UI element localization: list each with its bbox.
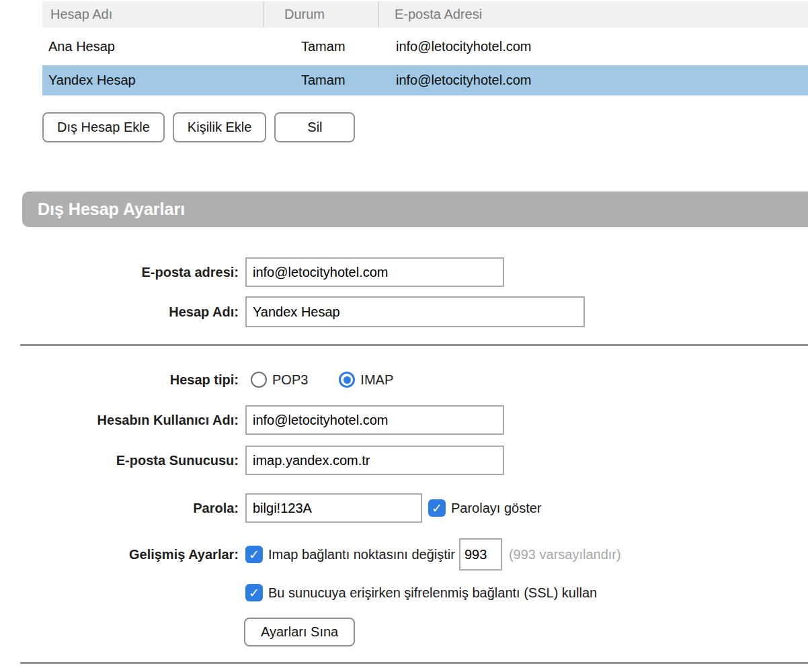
account-name-cell: Ana Hesap [42, 39, 263, 54]
accounts-table: Hesap Adı Durum E-posta Adresi Ana Hesap… [42, 1, 808, 95]
password-row: Parola: ✓ Parolayı göster [0, 493, 808, 523]
imap-port-input[interactable] [459, 538, 502, 571]
password-label: Parola: [0, 501, 239, 516]
change-imap-port-label[interactable]: Imap bağlantı noktasını değiştir [268, 547, 455, 562]
server-row: E-posta Sunucusu: [0, 446, 808, 475]
show-password-label[interactable]: Parolayı göster [451, 501, 542, 516]
account-name-input[interactable] [245, 296, 585, 327]
ssl-checkbox[interactable]: ✓ [245, 584, 263, 601]
imap-radio[interactable] [339, 372, 355, 388]
port-default-hint: (993 varsayılandır) [509, 547, 621, 562]
table-actions: Dış Hesap Ekle Kişilik Ekle Sil [42, 112, 355, 142]
account-type-row: Hesap tipi: POP3 IMAP [0, 370, 808, 389]
pop3-radio-label[interactable]: POP3 [272, 372, 308, 388]
advanced-settings-label: Gelişmiş Ayarlar: [0, 547, 239, 562]
settings-page: Hesap Adı Durum E-posta Adresi Ana Hesap… [0, 0, 808, 672]
email-address-row: E-posta adresi: [0, 257, 808, 287]
check-icon: ✓ [249, 548, 259, 561]
radio-dot-icon [344, 376, 351, 384]
add-external-account-button[interactable]: Dış Hesap Ekle [42, 112, 165, 142]
col-header-status: Durum [263, 1, 378, 28]
username-row: Hesabın Kullanıcı Adı: [0, 405, 808, 435]
ssl-row: ✓ Bu sunucuya erişirken şifrelenmiş bağl… [0, 583, 808, 602]
check-icon: ✓ [249, 587, 259, 599]
add-identity-button[interactable]: Kişilik Ekle [173, 112, 267, 142]
server-label: E-posta Sunucusu: [0, 453, 239, 468]
username-input[interactable] [245, 405, 504, 435]
imap-radio-label[interactable]: IMAP [360, 372, 393, 388]
password-input[interactable] [245, 493, 422, 523]
account-name-label: Hesap Adı: [0, 304, 239, 320]
username-label: Hesabın Kullanıcı Adı: [0, 413, 239, 428]
account-email-cell: info@letocityhotel.com [378, 39, 808, 54]
section-title: Dış Hesap Ayarları [22, 192, 808, 227]
account-row-selected[interactable]: Yandex Hesap Tamam info@letocityhotel.co… [42, 65, 808, 95]
change-imap-port-checkbox[interactable]: ✓ [245, 546, 263, 563]
email-address-label: E-posta adresi: [0, 265, 239, 280]
pop3-radio[interactable] [251, 372, 267, 388]
account-row[interactable]: Ana Hesap Tamam info@letocityhotel.com [42, 28, 808, 65]
account-email-cell: info@letocityhotel.com [378, 73, 808, 88]
divider [20, 344, 808, 346]
divider [20, 662, 808, 664]
account-status-cell: Tamam [263, 73, 378, 88]
server-input[interactable] [245, 446, 504, 475]
account-type-label: Hesap tipi: [0, 372, 239, 388]
account-status-cell: Tamam [263, 39, 378, 54]
account-name-row: Hesap Adı: [0, 296, 808, 327]
email-address-input[interactable] [245, 257, 504, 287]
advanced-port-row: Gelişmiş Ayarlar: ✓ Imap bağlantı noktas… [0, 537, 808, 572]
check-icon: ✓ [432, 502, 442, 515]
col-header-email: E-posta Adresi [378, 1, 808, 28]
accounts-table-header: Hesap Adı Durum E-posta Adresi [42, 1, 808, 28]
delete-account-button[interactable]: Sil [274, 112, 355, 142]
show-password-checkbox[interactable]: ✓ [428, 499, 446, 517]
account-name-cell: Yandex Hesap [42, 73, 263, 88]
col-header-account-name: Hesap Adı [42, 1, 263, 28]
ssl-label[interactable]: Bu sunucuya erişirken şifrelenmiş bağlan… [268, 585, 597, 601]
test-settings-button[interactable]: Ayarları Sına [244, 618, 355, 646]
